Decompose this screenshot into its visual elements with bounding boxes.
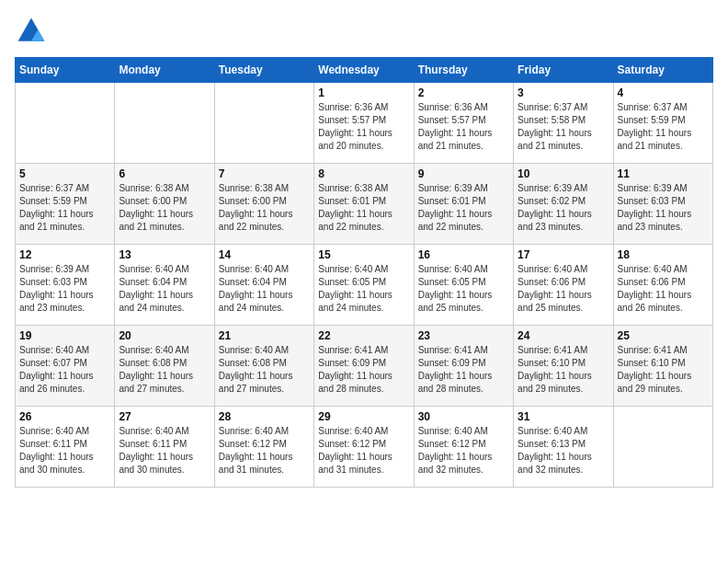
- calendar-cell: 1Sunrise: 6:36 AM Sunset: 5:57 PM Daylig…: [314, 83, 414, 164]
- day-number: 25: [618, 329, 709, 342]
- day-info: Sunrise: 6:40 AM Sunset: 6:07 PM Dayligh…: [19, 344, 110, 396]
- calendar-cell: [115, 83, 214, 164]
- calendar-cell: 24Sunrise: 6:41 AM Sunset: 6:10 PM Dayli…: [514, 326, 613, 407]
- day-info: Sunrise: 6:37 AM Sunset: 5:58 PM Dayligh…: [518, 101, 609, 153]
- day-number: 13: [119, 248, 210, 261]
- day-info: Sunrise: 6:40 AM Sunset: 6:06 PM Dayligh…: [618, 263, 709, 315]
- weekday-header-sunday: Sunday: [16, 58, 115, 83]
- day-info: Sunrise: 6:36 AM Sunset: 5:57 PM Dayligh…: [418, 101, 509, 153]
- calendar-week-4: 19Sunrise: 6:40 AM Sunset: 6:07 PM Dayli…: [16, 326, 713, 407]
- day-info: Sunrise: 6:40 AM Sunset: 6:08 PM Dayligh…: [219, 344, 310, 396]
- day-info: Sunrise: 6:40 AM Sunset: 6:13 PM Dayligh…: [518, 425, 609, 477]
- calendar-cell: 16Sunrise: 6:40 AM Sunset: 6:05 PM Dayli…: [414, 245, 513, 326]
- day-number: 17: [518, 248, 609, 261]
- calendar-cell: 18Sunrise: 6:40 AM Sunset: 6:06 PM Dayli…: [613, 245, 712, 326]
- day-number: 2: [418, 86, 509, 99]
- day-number: 3: [518, 86, 609, 99]
- day-number: 7: [219, 167, 310, 180]
- day-number: 24: [518, 329, 609, 342]
- day-number: 6: [119, 167, 210, 180]
- day-info: Sunrise: 6:40 AM Sunset: 6:12 PM Dayligh…: [418, 425, 509, 477]
- day-number: 11: [618, 167, 709, 180]
- weekday-header-saturday: Saturday: [613, 58, 712, 83]
- calendar-cell: 27Sunrise: 6:40 AM Sunset: 6:11 PM Dayli…: [115, 407, 214, 488]
- calendar-cell: 20Sunrise: 6:40 AM Sunset: 6:08 PM Dayli…: [115, 326, 214, 407]
- calendar-cell: [613, 407, 712, 488]
- calendar-cell: 4Sunrise: 6:37 AM Sunset: 5:59 PM Daylig…: [613, 83, 712, 164]
- day-number: 23: [418, 329, 509, 342]
- calendar-cell: 28Sunrise: 6:40 AM Sunset: 6:12 PM Dayli…: [214, 407, 313, 488]
- day-info: Sunrise: 6:38 AM Sunset: 6:00 PM Dayligh…: [119, 182, 210, 234]
- day-info: Sunrise: 6:40 AM Sunset: 6:08 PM Dayligh…: [119, 344, 210, 396]
- day-info: Sunrise: 6:39 AM Sunset: 6:03 PM Dayligh…: [618, 182, 709, 234]
- weekday-header-thursday: Thursday: [414, 58, 513, 83]
- day-number: 31: [518, 410, 609, 423]
- calendar-cell: 11Sunrise: 6:39 AM Sunset: 6:03 PM Dayli…: [613, 164, 712, 245]
- day-number: 15: [318, 248, 409, 261]
- day-info: Sunrise: 6:40 AM Sunset: 6:11 PM Dayligh…: [119, 425, 210, 477]
- day-info: Sunrise: 6:39 AM Sunset: 6:03 PM Dayligh…: [19, 263, 110, 315]
- calendar-cell: 6Sunrise: 6:38 AM Sunset: 6:00 PM Daylig…: [115, 164, 214, 245]
- calendar-cell: 19Sunrise: 6:40 AM Sunset: 6:07 PM Dayli…: [16, 326, 115, 407]
- calendar-cell: 21Sunrise: 6:40 AM Sunset: 6:08 PM Dayli…: [214, 326, 313, 407]
- calendar-cell: 8Sunrise: 6:38 AM Sunset: 6:01 PM Daylig…: [314, 164, 414, 245]
- calendar-week-3: 12Sunrise: 6:39 AM Sunset: 6:03 PM Dayli…: [16, 245, 713, 326]
- day-number: 5: [19, 167, 110, 180]
- calendar-cell: 25Sunrise: 6:41 AM Sunset: 6:10 PM Dayli…: [613, 326, 712, 407]
- day-number: 28: [219, 410, 310, 423]
- day-info: Sunrise: 6:38 AM Sunset: 6:00 PM Dayligh…: [219, 182, 310, 234]
- day-info: Sunrise: 6:41 AM Sunset: 6:09 PM Dayligh…: [418, 344, 509, 396]
- day-number: 16: [418, 248, 509, 261]
- day-number: 4: [618, 86, 709, 99]
- day-number: 12: [19, 248, 110, 261]
- calendar-cell: 9Sunrise: 6:39 AM Sunset: 6:01 PM Daylig…: [414, 164, 513, 245]
- weekday-header-wednesday: Wednesday: [314, 58, 414, 83]
- page-header: [15, 15, 713, 48]
- logo-icon: [15, 15, 48, 48]
- day-info: Sunrise: 6:40 AM Sunset: 6:06 PM Dayligh…: [518, 263, 609, 315]
- day-number: 26: [19, 410, 110, 423]
- day-info: Sunrise: 6:36 AM Sunset: 5:57 PM Dayligh…: [318, 101, 409, 153]
- calendar-cell: 30Sunrise: 6:40 AM Sunset: 6:12 PM Dayli…: [414, 407, 513, 488]
- day-number: 22: [318, 329, 409, 342]
- calendar-week-1: 1Sunrise: 6:36 AM Sunset: 5:57 PM Daylig…: [16, 83, 713, 164]
- day-number: 29: [318, 410, 409, 423]
- calendar-cell: 2Sunrise: 6:36 AM Sunset: 5:57 PM Daylig…: [414, 83, 513, 164]
- calendar-cell: 14Sunrise: 6:40 AM Sunset: 6:04 PM Dayli…: [214, 245, 313, 326]
- calendar-cell: 31Sunrise: 6:40 AM Sunset: 6:13 PM Dayli…: [514, 407, 613, 488]
- day-number: 18: [618, 248, 709, 261]
- day-info: Sunrise: 6:41 AM Sunset: 6:09 PM Dayligh…: [318, 344, 409, 396]
- day-info: Sunrise: 6:37 AM Sunset: 5:59 PM Dayligh…: [19, 182, 110, 234]
- day-info: Sunrise: 6:37 AM Sunset: 5:59 PM Dayligh…: [618, 101, 709, 153]
- calendar-cell: 23Sunrise: 6:41 AM Sunset: 6:09 PM Dayli…: [414, 326, 513, 407]
- day-info: Sunrise: 6:39 AM Sunset: 6:02 PM Dayligh…: [518, 182, 609, 234]
- calendar-cell: 22Sunrise: 6:41 AM Sunset: 6:09 PM Dayli…: [314, 326, 414, 407]
- day-info: Sunrise: 6:40 AM Sunset: 6:04 PM Dayligh…: [219, 263, 310, 315]
- calendar-cell: 13Sunrise: 6:40 AM Sunset: 6:04 PM Dayli…: [115, 245, 214, 326]
- day-info: Sunrise: 6:40 AM Sunset: 6:12 PM Dayligh…: [318, 425, 409, 477]
- calendar-cell: 10Sunrise: 6:39 AM Sunset: 6:02 PM Dayli…: [514, 164, 613, 245]
- day-number: 14: [219, 248, 310, 261]
- day-info: Sunrise: 6:40 AM Sunset: 6:11 PM Dayligh…: [19, 425, 110, 477]
- weekday-header-row: SundayMondayTuesdayWednesdayThursdayFrid…: [16, 58, 713, 83]
- day-info: Sunrise: 6:40 AM Sunset: 6:05 PM Dayligh…: [318, 263, 409, 315]
- day-number: 19: [19, 329, 110, 342]
- day-number: 8: [318, 167, 409, 180]
- calendar-body: 1Sunrise: 6:36 AM Sunset: 5:57 PM Daylig…: [16, 83, 713, 488]
- day-info: Sunrise: 6:40 AM Sunset: 6:05 PM Dayligh…: [418, 263, 509, 315]
- calendar-cell: 3Sunrise: 6:37 AM Sunset: 5:58 PM Daylig…: [514, 83, 613, 164]
- day-info: Sunrise: 6:41 AM Sunset: 6:10 PM Dayligh…: [618, 344, 709, 396]
- calendar-cell: 12Sunrise: 6:39 AM Sunset: 6:03 PM Dayli…: [16, 245, 115, 326]
- day-number: 20: [119, 329, 210, 342]
- weekday-header-monday: Monday: [115, 58, 214, 83]
- day-number: 10: [518, 167, 609, 180]
- day-number: 1: [318, 86, 409, 99]
- weekday-header-friday: Friday: [514, 58, 613, 83]
- day-info: Sunrise: 6:38 AM Sunset: 6:01 PM Dayligh…: [318, 182, 409, 234]
- calendar-header: SundayMondayTuesdayWednesdayThursdayFrid…: [16, 58, 713, 83]
- calendar-cell: 29Sunrise: 6:40 AM Sunset: 6:12 PM Dayli…: [314, 407, 414, 488]
- calendar-table: SundayMondayTuesdayWednesdayThursdayFrid…: [15, 57, 713, 488]
- weekday-header-tuesday: Tuesday: [214, 58, 313, 83]
- day-number: 21: [219, 329, 310, 342]
- day-info: Sunrise: 6:40 AM Sunset: 6:04 PM Dayligh…: [119, 263, 210, 315]
